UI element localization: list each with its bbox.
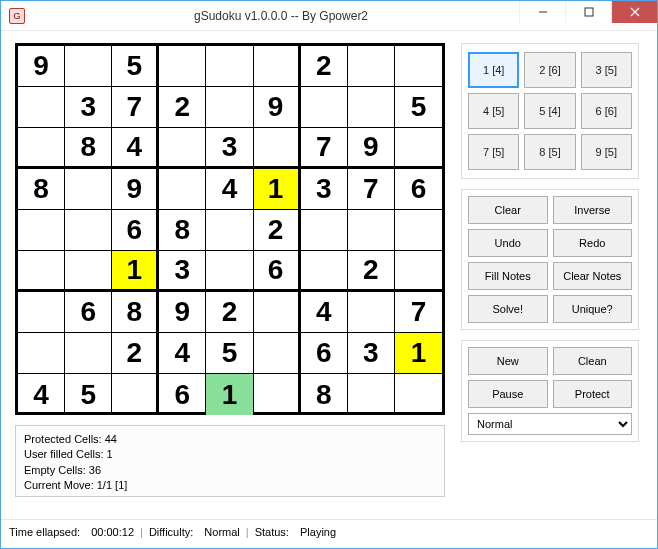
cell-r5-c4[interactable] (206, 251, 253, 292)
solve-button[interactable]: Solve! (468, 295, 548, 323)
cell-r8-c2[interactable] (112, 374, 159, 415)
cell-r2-c2[interactable]: 4 (112, 128, 159, 169)
cell-r8-c4[interactable]: 1 (206, 374, 253, 415)
protect-button[interactable]: Protect (553, 380, 633, 408)
cell-r7-c8[interactable]: 1 (395, 333, 442, 374)
numpad-button-1[interactable]: 1 [4] (468, 52, 519, 88)
cell-r1-c8[interactable]: 5 (395, 87, 442, 128)
cell-r8-c1[interactable]: 5 (65, 374, 112, 415)
cell-r1-c1[interactable]: 3 (65, 87, 112, 128)
cell-r2-c6[interactable]: 7 (301, 128, 348, 169)
cell-r7-c1[interactable] (65, 333, 112, 374)
cell-r1-c0[interactable] (18, 87, 65, 128)
maximize-button[interactable] (565, 1, 611, 23)
cell-r3-c4[interactable]: 4 (206, 169, 253, 210)
close-button[interactable] (611, 1, 657, 23)
cell-r3-c5[interactable]: 1 (254, 169, 301, 210)
unique-button[interactable]: Unique? (553, 295, 633, 323)
cell-r1-c2[interactable]: 7 (112, 87, 159, 128)
cell-r5-c8[interactable] (395, 251, 442, 292)
numpad-button-4[interactable]: 4 [5] (468, 93, 519, 129)
cell-r0-c7[interactable] (348, 46, 395, 87)
cell-r6-c0[interactable] (18, 292, 65, 333)
cell-r2-c1[interactable]: 8 (65, 128, 112, 169)
cell-r3-c2[interactable]: 9 (112, 169, 159, 210)
cell-r6-c7[interactable] (348, 292, 395, 333)
cell-r0-c1[interactable] (65, 46, 112, 87)
cell-r4-c1[interactable] (65, 210, 112, 251)
inverse-button[interactable]: Inverse (553, 196, 633, 224)
cell-r0-c6[interactable]: 2 (301, 46, 348, 87)
sudoku-grid[interactable]: 9523729584379894137668213626892472456314… (15, 43, 445, 415)
cell-r6-c3[interactable]: 9 (159, 292, 206, 333)
cell-r0-c2[interactable]: 5 (112, 46, 159, 87)
cell-r1-c7[interactable] (348, 87, 395, 128)
cell-r1-c4[interactable] (206, 87, 253, 128)
cell-r2-c0[interactable] (18, 128, 65, 169)
cell-r6-c8[interactable]: 7 (395, 292, 442, 333)
cell-r3-c7[interactable]: 7 (348, 169, 395, 210)
cell-r7-c4[interactable]: 5 (206, 333, 253, 374)
numpad-button-9[interactable]: 9 [5] (581, 134, 632, 170)
clearnotes-button[interactable]: Clear Notes (553, 262, 633, 290)
cell-r2-c7[interactable]: 9 (348, 128, 395, 169)
numpad-button-6[interactable]: 6 [6] (581, 93, 632, 129)
cell-r4-c0[interactable] (18, 210, 65, 251)
cell-r3-c3[interactable] (159, 169, 206, 210)
cell-r1-c3[interactable]: 2 (159, 87, 206, 128)
cell-r8-c0[interactable]: 4 (18, 374, 65, 415)
cell-r5-c2[interactable]: 1 (112, 251, 159, 292)
cell-r2-c4[interactable]: 3 (206, 128, 253, 169)
cell-r4-c6[interactable] (301, 210, 348, 251)
cell-r8-c8[interactable] (395, 374, 442, 415)
numpad-button-7[interactable]: 7 [5] (468, 134, 519, 170)
cell-r1-c6[interactable] (301, 87, 348, 128)
cell-r2-c3[interactable] (159, 128, 206, 169)
cell-r6-c1[interactable]: 6 (65, 292, 112, 333)
cell-r7-c6[interactable]: 6 (301, 333, 348, 374)
cell-r3-c8[interactable]: 6 (395, 169, 442, 210)
pause-button[interactable]: Pause (468, 380, 548, 408)
cell-r2-c5[interactable] (254, 128, 301, 169)
cell-r7-c5[interactable] (254, 333, 301, 374)
cell-r4-c4[interactable] (206, 210, 253, 251)
undo-button[interactable]: Undo (468, 229, 548, 257)
cell-r3-c6[interactable]: 3 (301, 169, 348, 210)
cell-r6-c6[interactable]: 4 (301, 292, 348, 333)
cell-r5-c3[interactable]: 3 (159, 251, 206, 292)
cell-r5-c7[interactable]: 2 (348, 251, 395, 292)
cell-r0-c4[interactable] (206, 46, 253, 87)
cell-r8-c6[interactable]: 8 (301, 374, 348, 415)
cell-r5-c6[interactable] (301, 251, 348, 292)
cell-r6-c2[interactable]: 8 (112, 292, 159, 333)
cell-r0-c5[interactable] (254, 46, 301, 87)
cell-r5-c1[interactable] (65, 251, 112, 292)
cell-r5-c5[interactable]: 6 (254, 251, 301, 292)
fillnotes-button[interactable]: Fill Notes (468, 262, 548, 290)
numpad-button-2[interactable]: 2 [6] (524, 52, 575, 88)
cell-r6-c4[interactable]: 2 (206, 292, 253, 333)
clear-button[interactable]: Clear (468, 196, 548, 224)
cell-r6-c5[interactable] (254, 292, 301, 333)
redo-button[interactable]: Redo (553, 229, 633, 257)
cell-r7-c3[interactable]: 4 (159, 333, 206, 374)
cell-r4-c5[interactable]: 2 (254, 210, 301, 251)
minimize-button[interactable] (519, 1, 565, 23)
cell-r1-c5[interactable]: 9 (254, 87, 301, 128)
cell-r8-c3[interactable]: 6 (159, 374, 206, 415)
cell-r2-c8[interactable] (395, 128, 442, 169)
difficulty-select[interactable]: Normal (468, 413, 632, 435)
new-button[interactable]: New (468, 347, 548, 375)
cell-r8-c7[interactable] (348, 374, 395, 415)
cell-r7-c7[interactable]: 3 (348, 333, 395, 374)
cell-r3-c1[interactable] (65, 169, 112, 210)
numpad-button-3[interactable]: 3 [5] (581, 52, 632, 88)
cell-r8-c5[interactable] (254, 374, 301, 415)
cell-r0-c8[interactable] (395, 46, 442, 87)
cell-r3-c0[interactable]: 8 (18, 169, 65, 210)
cell-r4-c2[interactable]: 6 (112, 210, 159, 251)
cell-r0-c3[interactable] (159, 46, 206, 87)
cell-r7-c2[interactable]: 2 (112, 333, 159, 374)
clean-button[interactable]: Clean (553, 347, 633, 375)
cell-r0-c0[interactable]: 9 (18, 46, 65, 87)
